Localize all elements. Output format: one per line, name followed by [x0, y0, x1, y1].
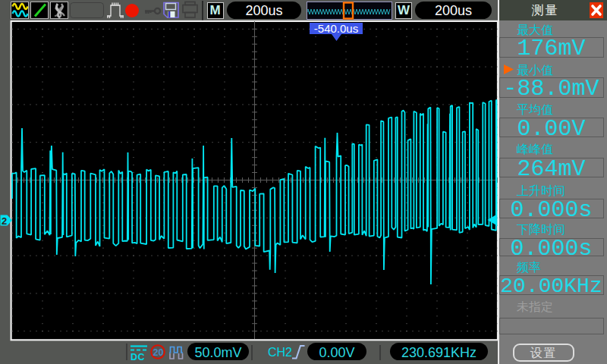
svg-text:DC: DC	[131, 352, 145, 362]
svg-text:2: 2	[2, 215, 7, 227]
svg-text:20: 20	[153, 347, 164, 358]
svg-text:CH2: CH2	[268, 346, 292, 359]
